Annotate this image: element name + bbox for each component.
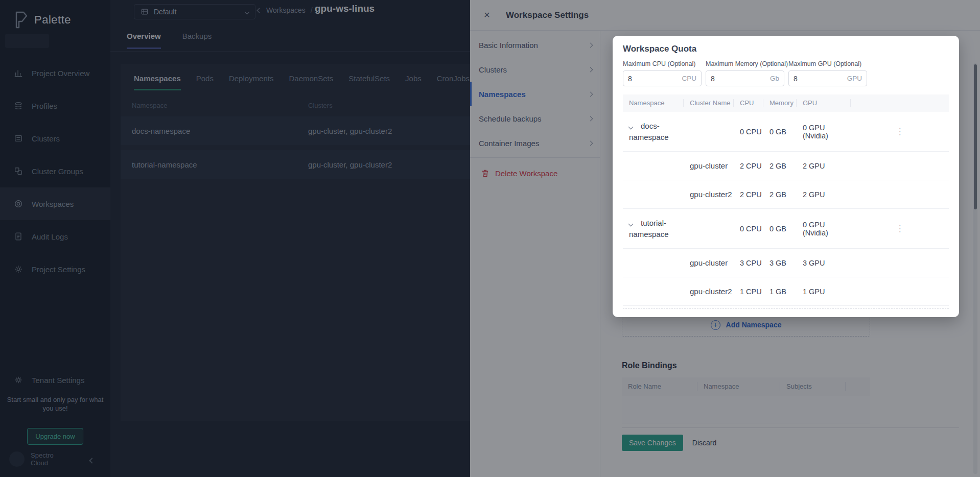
role-bindings-title: Role Bindings <box>622 361 959 370</box>
drawer-nav-clusters[interactable]: Clusters <box>470 57 600 82</box>
gpu-cell: 2 GPU <box>797 162 851 170</box>
palette-logo: Palette <box>13 11 71 29</box>
tab-statefulsets[interactable]: StatefulSets <box>348 74 390 90</box>
workspace-detail-tabs: Overview Backups <box>127 32 212 49</box>
chevron-right-icon <box>588 116 593 121</box>
cluster-name-cell: gpu-cluster2 <box>684 287 734 296</box>
footer-divider <box>622 427 959 428</box>
sidebar-item-tenant-settings[interactable]: Tenant Settings <box>0 364 110 396</box>
sidebar-item-label: Cluster Groups <box>32 167 83 176</box>
table-row: gpu-cluster 3 CPU 3 GB 3 GPU <box>623 249 949 277</box>
column-header-memory: Memory <box>763 99 797 107</box>
sidebar-item-profiles[interactable]: Profiles <box>0 89 110 122</box>
column-header-actions <box>846 382 870 391</box>
breadcrumb-separator: / <box>311 6 313 14</box>
discard-button[interactable]: Discard <box>689 435 719 451</box>
chevron-down-icon[interactable] <box>628 221 634 226</box>
tab-jobs[interactable]: Jobs <box>405 74 422 90</box>
sidebar-item-label: Tenant Settings <box>32 376 84 385</box>
layers-icon <box>14 101 23 110</box>
project-selector[interactable]: Default <box>134 4 255 19</box>
sidebar-item-clusters[interactable]: Clusters <box>0 122 110 155</box>
cluster-name-cell: gpu-cluster <box>684 258 734 267</box>
project-grid-icon <box>141 8 149 16</box>
quota-fields: Maximum CPU (Optional) CPU Maximum Memor… <box>623 60 949 86</box>
table-row: docs-namespace 0 CPU 0 GB 0 GPU (Nvidia)… <box>623 112 949 152</box>
plus-circle-icon: + <box>711 320 720 330</box>
drawer-nav-schedule-backups[interactable]: Schedule backups <box>470 106 600 131</box>
upgrade-now-button[interactable]: Upgrade now <box>27 428 83 445</box>
tenant-icon <box>14 375 23 385</box>
sidebar-item-label: Project Overview <box>32 69 89 78</box>
save-changes-button[interactable]: Save Changes <box>622 435 683 451</box>
chevron-left-icon[interactable] <box>257 8 262 13</box>
sidebar-nav-tenant: Tenant Settings <box>0 364 110 396</box>
max-cpu-label: Maximum CPU (Optional) <box>623 60 702 67</box>
cpu-cell: 2 CPU <box>734 190 763 199</box>
sidebar-collapse-icon[interactable] <box>89 458 95 463</box>
gpu-cell: 0 GPU (Nvidia) <box>797 124 851 140</box>
kebab-menu-icon[interactable]: ⋮ <box>896 128 904 135</box>
memory-cell: 2 GB <box>763 162 797 170</box>
cpu-cell: 1 CPU <box>734 288 763 296</box>
max-gpu-input[interactable] <box>794 75 845 83</box>
namespace-cell: docs-namespace <box>132 127 308 135</box>
close-icon[interactable]: ✕ <box>482 10 492 20</box>
cpu-cell: 0 CPU <box>734 128 763 136</box>
tab-deployments[interactable]: Deployments <box>229 74 274 90</box>
namespace-cell: tutorial-namespace <box>132 160 308 169</box>
chevron-right-icon <box>588 140 593 146</box>
drawer-nav-container-images[interactable]: Container Images <box>470 131 600 155</box>
workspace-quota-title: Workspace Quota <box>623 44 949 54</box>
cluster-list-icon <box>14 134 23 143</box>
tab-pods[interactable]: Pods <box>196 74 214 90</box>
drawer-scrollbar[interactable] <box>973 63 977 474</box>
column-header-namespace: Namespace <box>697 382 780 391</box>
gpu-cell: 3 GPU <box>797 259 851 267</box>
cpu-cell: 2 CPU <box>734 162 763 170</box>
chevron-right-icon <box>588 91 593 97</box>
sidebar: Palette Project Overview Profiles Cluste… <box>0 0 110 477</box>
column-header-role-name: Role Name <box>622 382 697 391</box>
delete-workspace-label: Delete Workspace <box>495 169 557 178</box>
table-row: gpu-cluster2 2 CPU 2 GB 2 GPU <box>623 180 949 209</box>
max-gpu-label: Maximum GPU (Optional) <box>788 60 867 67</box>
sidebar-item-project-settings[interactable]: Project Settings <box>0 253 110 285</box>
memory-cell: 0 GB <box>763 128 797 136</box>
tab-backups[interactable]: Backups <box>182 32 212 49</box>
tab-cronjobs[interactable]: CronJobs <box>437 74 470 90</box>
tab-namespaces[interactable]: Namespaces <box>134 74 181 90</box>
sidebar-project-chip <box>5 34 49 48</box>
sidebar-item-audit-logs[interactable]: Audit Logs <box>0 220 110 253</box>
column-header-cpu: CPU <box>734 99 763 107</box>
cpu-cell: 0 CPU <box>734 225 763 233</box>
namespace-name: tutorial-namespace <box>629 219 669 238</box>
chevron-down-icon[interactable] <box>628 124 634 129</box>
breadcrumb: Workspaces / <box>258 6 313 14</box>
tab-overview[interactable]: Overview <box>127 32 161 49</box>
role-bindings-header: Role Name Namespace Subjects <box>622 377 870 396</box>
project-selector-value: Default <box>154 8 176 16</box>
max-cpu-input[interactable] <box>628 75 679 83</box>
delete-workspace-button[interactable]: Delete Workspace <box>470 163 600 183</box>
sidebar-item-workspaces[interactable]: Workspaces <box>0 187 110 220</box>
kebab-menu-icon[interactable]: ⋮ <box>896 225 904 232</box>
memory-cell: 2 GB <box>763 190 797 199</box>
column-header-gpu: GPU <box>797 99 851 107</box>
sidebar-item-project-overview[interactable]: Project Overview <box>0 57 110 89</box>
drawer-nav-namespaces[interactable]: Namespaces <box>470 82 600 106</box>
sidebar-nav: Project Overview Profiles Clusters Clust… <box>0 57 110 285</box>
clusters-cell: gpu-cluster, gpu-cluster2 <box>308 160 392 169</box>
breadcrumb-workspaces-link[interactable]: Workspaces <box>266 6 306 14</box>
cpu-cell: 3 CPU <box>734 259 763 267</box>
sidebar-item-cluster-groups[interactable]: Cluster Groups <box>0 155 110 187</box>
sidebar-item-label: Audit Logs <box>32 232 68 241</box>
drawer-nav-basic-information[interactable]: Basic Information <box>470 33 600 57</box>
sidebar-item-label: Profiles <box>32 102 57 110</box>
scrollbar-thumb[interactable] <box>974 64 977 209</box>
sidebar-item-label: Clusters <box>32 134 60 143</box>
quota-table: Namespace Cluster Name CPU Memory GPU do… <box>623 94 949 308</box>
tab-daemonsets[interactable]: DaemonSets <box>289 74 333 90</box>
max-memory-input[interactable] <box>711 75 762 83</box>
bar-chart-icon <box>14 68 23 78</box>
